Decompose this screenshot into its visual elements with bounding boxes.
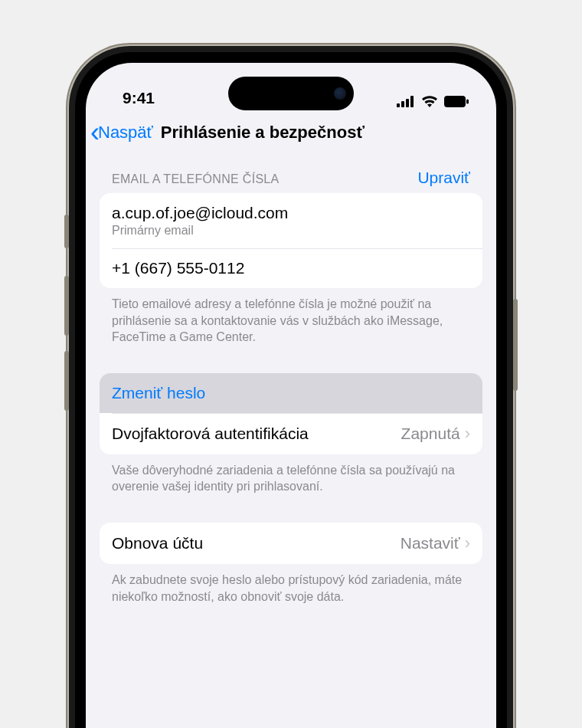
svg-rect-3: [410, 96, 414, 107]
recovery-footer: Ak zabudnete svoje heslo alebo prístupov…: [100, 564, 482, 605]
chevron-right-icon: ›: [465, 424, 470, 444]
silent-switch: [64, 215, 69, 248]
navigation-bar: ‹ Naspäť Prihlásenie a bezpečnosť: [86, 110, 496, 153]
recovery-value: Nastaviť: [401, 534, 460, 553]
phone-frame: 9:41: [69, 46, 513, 728]
power-button: [513, 299, 518, 391]
status-time: 9:41: [123, 89, 155, 107]
password-footer: Vaše dôveryhodné zariadenia a telefónne …: [100, 454, 482, 495]
svg-rect-0: [397, 103, 400, 107]
change-password-label: Zmeniť heslo: [112, 384, 205, 402]
svg-rect-4: [444, 96, 466, 107]
svg-rect-5: [466, 99, 469, 103]
back-label: Naspäť: [98, 123, 153, 143]
contacts-header-label: EMAIL A TELEFÓNNE ČÍSLA: [112, 172, 280, 186]
phone-value: +1 (667) 555-0112: [112, 259, 244, 277]
email-subtitle: Primárny email: [112, 224, 288, 238]
back-button[interactable]: ‹ Naspäť: [90, 123, 153, 143]
dynamic-island: [228, 77, 354, 110]
recovery-label: Obnova účtu: [112, 534, 203, 553]
email-value: a.cup.of.joe@icloud.com: [112, 204, 288, 222]
two-factor-row[interactable]: Dvojfaktorová autentifikácia Zapnutá ›: [100, 413, 482, 454]
two-factor-value: Zapnutá: [401, 425, 460, 443]
page-title: Prihlásenie a bezpečnosť: [161, 123, 365, 143]
front-camera: [334, 87, 346, 100]
account-recovery-row[interactable]: Obnova účtu Nastaviť ›: [100, 523, 482, 564]
email-row[interactable]: a.cup.of.joe@icloud.com Primárny email: [100, 193, 482, 248]
content: EMAIL A TELEFÓNNE ČÍSLA Upraviť a.cup.of…: [86, 153, 496, 605]
recovery-card: Obnova účtu Nastaviť ›: [100, 523, 482, 564]
status-indicators: [397, 95, 469, 107]
change-password-row[interactable]: Zmeniť heslo: [100, 373, 482, 413]
edit-button[interactable]: Upraviť: [417, 169, 470, 187]
phone-row[interactable]: +1 (667) 555-0112: [100, 248, 482, 288]
chevron-right-icon: ›: [465, 533, 470, 553]
volume-down-button: [64, 351, 69, 411]
contacts-section-header: EMAIL A TELEFÓNNE ČÍSLA Upraviť: [100, 153, 482, 193]
screen: 9:41: [86, 63, 496, 728]
two-factor-label: Dvojfaktorová autentifikácia: [112, 425, 309, 443]
wifi-icon: [421, 95, 438, 107]
bezel: 9:41: [75, 52, 507, 728]
volume-up-button: [64, 276, 69, 336]
contacts-card: a.cup.of.joe@icloud.com Primárny email +…: [100, 193, 482, 288]
svg-rect-2: [406, 99, 409, 107]
contacts-footer: Tieto emailové adresy a telefónne čísla …: [100, 288, 482, 346]
cellular-icon: [397, 96, 415, 107]
password-card: Zmeniť heslo Dvojfaktorová autentifikáci…: [100, 373, 482, 454]
svg-rect-1: [401, 101, 404, 107]
battery-icon: [444, 96, 469, 107]
